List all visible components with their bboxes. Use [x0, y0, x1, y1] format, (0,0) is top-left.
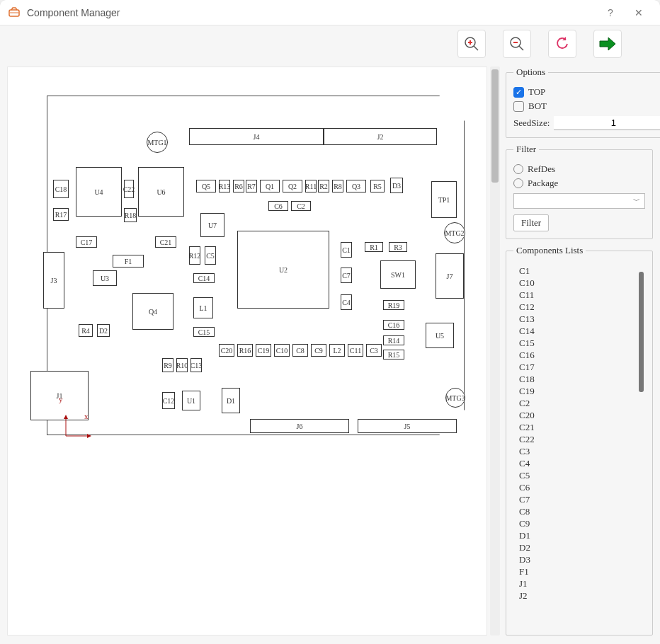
- list-item[interactable]: C20: [518, 409, 637, 421]
- component-Q4[interactable]: Q4: [132, 293, 173, 330]
- component-U6[interactable]: U6: [138, 167, 184, 217]
- component-R8[interactable]: R8: [332, 180, 343, 192]
- component-SW1[interactable]: SW1: [380, 260, 416, 289]
- component-R14[interactable]: R14: [383, 335, 404, 345]
- component-C22[interactable]: C22: [124, 180, 134, 198]
- component-L1[interactable]: L1: [193, 297, 213, 318]
- component-C10[interactable]: C10: [274, 344, 290, 357]
- components-list-items[interactable]: C1C10C11C12C13C14C15C16C17C18C19C2C20C21…: [518, 265, 637, 625]
- refresh-button[interactable]: [548, 30, 576, 58]
- top-checkbox[interactable]: ✓: [513, 87, 524, 98]
- component-J6[interactable]: J6: [250, 419, 349, 433]
- component-U3[interactable]: U3: [93, 270, 117, 286]
- refdes-option[interactable]: RefDes: [513, 163, 645, 175]
- component-C8[interactable]: C8: [292, 344, 308, 357]
- list-item[interactable]: C2: [518, 397, 637, 409]
- component-C9[interactable]: C9: [311, 344, 326, 357]
- scrollbar-thumb[interactable]: [639, 272, 644, 392]
- component-D1[interactable]: D1: [222, 388, 240, 413]
- component-R6[interactable]: R6: [233, 180, 244, 192]
- component-R9[interactable]: R9: [162, 358, 173, 372]
- list-item[interactable]: D2: [518, 541, 637, 553]
- list-item[interactable]: C3: [518, 445, 637, 457]
- list-item[interactable]: C15: [518, 337, 637, 349]
- filter-button[interactable]: Filter: [513, 214, 549, 231]
- list-item[interactable]: F1: [518, 565, 637, 577]
- component-C4[interactable]: C4: [341, 294, 352, 310]
- component-C12[interactable]: C12: [162, 392, 175, 409]
- component-C16[interactable]: C16: [383, 320, 404, 330]
- component-L2[interactable]: L2: [329, 344, 345, 357]
- component-U4[interactable]: U4: [76, 167, 122, 217]
- filter-select[interactable]: ﹀: [513, 193, 645, 209]
- list-item[interactable]: C19: [518, 385, 637, 397]
- component-J3[interactable]: J3: [43, 252, 64, 309]
- component-R3[interactable]: R3: [389, 242, 407, 252]
- component-U1[interactable]: U1: [182, 391, 200, 410]
- list-item[interactable]: J2: [518, 590, 637, 602]
- component-C14[interactable]: C14: [193, 273, 215, 283]
- list-item[interactable]: C21: [518, 421, 637, 433]
- component-TP1[interactable]: TP1: [431, 181, 457, 218]
- list-item[interactable]: C16: [518, 349, 637, 361]
- component-C6[interactable]: C6: [268, 201, 288, 211]
- component-R19[interactable]: R19: [383, 300, 404, 310]
- component-Q5[interactable]: Q5: [196, 180, 216, 192]
- component-C2[interactable]: C2: [291, 201, 311, 211]
- zoom-out-button[interactable]: [503, 30, 531, 58]
- scrollbar-thumb[interactable]: [491, 69, 499, 183]
- list-item[interactable]: C12: [518, 301, 637, 313]
- list-scrollbar[interactable]: [639, 265, 644, 625]
- component-R2[interactable]: R2: [318, 180, 329, 192]
- component-D2[interactable]: D2: [97, 324, 110, 337]
- component-C21[interactable]: C21: [155, 236, 176, 248]
- list-item[interactable]: C11: [518, 289, 637, 301]
- list-item[interactable]: C22: [518, 433, 637, 445]
- component-R5[interactable]: R5: [370, 180, 385, 192]
- component-F1[interactable]: F1: [113, 255, 144, 268]
- component-Q3[interactable]: Q3: [346, 180, 366, 192]
- component-C5[interactable]: C5: [205, 246, 216, 265]
- component-C18[interactable]: C18: [53, 180, 69, 198]
- component-Q1[interactable]: Q1: [260, 180, 280, 192]
- list-item[interactable]: C17: [518, 361, 637, 373]
- component-Q2[interactable]: Q2: [283, 180, 302, 192]
- component-J4[interactable]: J4: [189, 128, 324, 145]
- list-item[interactable]: C13: [518, 313, 637, 325]
- component-J2[interactable]: J2: [324, 128, 437, 145]
- next-button[interactable]: [593, 30, 622, 58]
- list-item[interactable]: C14: [518, 325, 637, 337]
- component-C3[interactable]: C3: [366, 344, 382, 357]
- component-MTG2[interactable]: MTG2: [444, 222, 465, 243]
- component-U5[interactable]: U5: [426, 323, 454, 348]
- component-MTG3[interactable]: MTG3: [445, 388, 465, 408]
- list-item[interactable]: C1: [518, 265, 637, 277]
- list-item[interactable]: J1: [518, 577, 637, 590]
- canvas-scrollbar[interactable]: [490, 67, 500, 636]
- component-R1[interactable]: R1: [365, 242, 383, 252]
- seedsize-input[interactable]: [554, 116, 660, 130]
- list-item[interactable]: C7: [518, 493, 637, 505]
- component-R7[interactable]: R7: [246, 180, 257, 192]
- component-U7[interactable]: U7: [200, 213, 224, 237]
- component-R13[interactable]: R13: [219, 180, 230, 192]
- list-item[interactable]: C18: [518, 373, 637, 385]
- component-J7[interactable]: J7: [436, 253, 464, 299]
- component-U2[interactable]: U2: [237, 231, 329, 309]
- component-C13[interactable]: C13: [190, 358, 202, 372]
- bot-option[interactable]: BOT: [513, 100, 660, 112]
- pcb-canvas[interactable]: MTG1J4J2C18U4C22U6Q5R13R6R7Q1Q2R11R2R8Q3…: [7, 67, 487, 636]
- component-R11[interactable]: R11: [305, 180, 317, 192]
- component-C1[interactable]: C1: [341, 242, 352, 258]
- component-C19[interactable]: C19: [256, 344, 271, 357]
- list-item[interactable]: C5: [518, 469, 637, 481]
- component-C20[interactable]: C20: [219, 344, 234, 357]
- component-D3[interactable]: D3: [390, 178, 403, 193]
- bot-checkbox[interactable]: [513, 101, 524, 112]
- component-MTG1[interactable]: MTG1: [147, 132, 168, 153]
- top-option[interactable]: ✓ TOP: [513, 86, 660, 98]
- component-R10[interactable]: R10: [176, 358, 188, 372]
- help-button[interactable]: ?: [596, 7, 625, 18]
- component-R12[interactable]: R12: [189, 246, 200, 265]
- component-C15[interactable]: C15: [193, 327, 215, 337]
